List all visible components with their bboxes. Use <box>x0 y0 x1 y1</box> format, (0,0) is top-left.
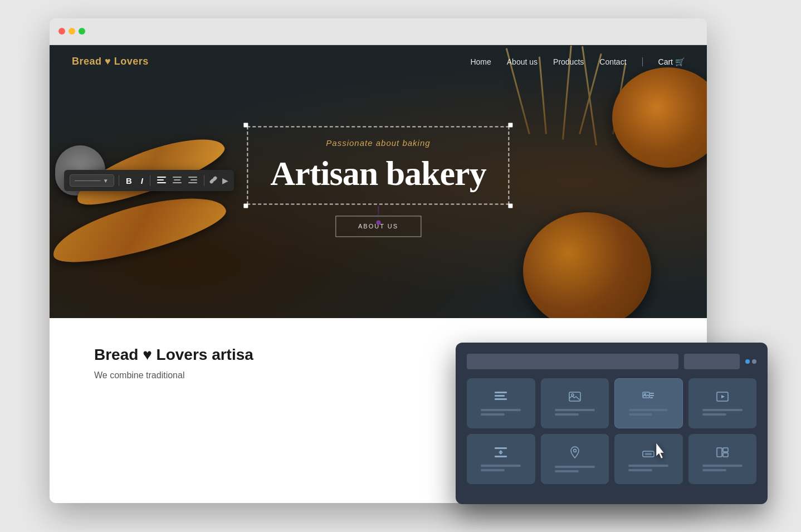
widget-cell-button[interactable] <box>614 434 683 484</box>
line-2 <box>481 413 505 416</box>
widget-cell-text[interactable] <box>467 378 535 428</box>
widget-dot-blue <box>745 359 750 364</box>
line-15 <box>702 465 743 467</box>
line-9 <box>481 465 521 467</box>
svg-rect-1 <box>157 179 164 180</box>
widget-grid <box>467 378 756 484</box>
widget-cell-image-text[interactable] <box>614 378 683 428</box>
widget-cell-lines-7 <box>628 465 668 471</box>
svg-rect-18 <box>650 397 653 398</box>
line-12 <box>555 470 579 472</box>
nav-about[interactable]: About us <box>507 57 538 66</box>
line-8 <box>702 413 726 416</box>
handle-bottom-left[interactable] <box>243 203 248 208</box>
align-left-button[interactable] <box>155 175 168 186</box>
minimize-button[interactable] <box>69 28 75 35</box>
mouse-cursor <box>654 442 667 460</box>
widget-panel <box>456 343 768 504</box>
widget-cell-spacer[interactable] <box>467 434 535 484</box>
handle-top-left[interactable] <box>243 123 248 127</box>
svg-rect-17 <box>650 395 654 396</box>
nav-home[interactable]: Home <box>470 57 491 66</box>
line-7 <box>702 409 743 411</box>
text-block-icon <box>495 392 507 404</box>
line-4 <box>555 413 579 416</box>
svg-rect-2 <box>157 182 166 183</box>
bottom-handle-dot[interactable] <box>376 220 380 224</box>
browser-chrome <box>50 18 707 45</box>
widget-cell-image[interactable] <box>541 378 609 428</box>
cart-button[interactable]: Cart 🛒 <box>658 57 685 66</box>
line-6 <box>629 413 652 416</box>
align-right-button[interactable] <box>186 175 199 186</box>
text-formatting-toolbar: ────── ▼ B I <box>64 170 234 191</box>
line-14 <box>628 469 652 471</box>
svg-rect-25 <box>645 453 652 455</box>
svg-rect-26 <box>717 448 722 457</box>
align-center-button[interactable] <box>170 175 184 186</box>
font-dropdown[interactable]: ────── ▼ <box>70 174 114 187</box>
widget-search-bar-sm[interactable] <box>684 354 740 369</box>
widget-cell-map[interactable] <box>541 434 609 484</box>
widget-cell-lines-5 <box>481 465 521 471</box>
svg-rect-28 <box>723 453 728 457</box>
handle-bottom-right[interactable] <box>509 203 513 208</box>
map-pin-icon <box>570 446 580 461</box>
toolbar-separator-2 <box>150 175 150 186</box>
nav-products[interactable]: Products <box>553 57 584 66</box>
widget-cell-lines-4 <box>702 409 743 416</box>
cart-icon: 🛒 <box>675 57 685 66</box>
line-11 <box>555 466 595 468</box>
maximize-button[interactable] <box>79 28 85 35</box>
italic-button[interactable]: I <box>139 175 145 187</box>
svg-rect-0 <box>157 177 166 178</box>
link-button[interactable] <box>209 175 218 186</box>
widget-cell-columns[interactable] <box>688 434 757 484</box>
widget-cell-lines-2 <box>555 409 595 416</box>
line-10 <box>481 469 505 471</box>
line-16 <box>702 469 726 471</box>
toolbar-separator-1 <box>119 175 119 186</box>
svg-rect-11 <box>495 398 507 400</box>
svg-rect-22 <box>495 456 507 457</box>
dropdown-arrow-icon: ▼ <box>103 178 109 184</box>
bottom-handle-line <box>378 206 379 220</box>
navigation: Bread ♥ Lovers Home About us Products Co… <box>50 45 707 79</box>
svg-rect-5 <box>173 182 182 183</box>
spacer-icon <box>495 447 507 460</box>
traffic-lights <box>58 28 85 35</box>
cart-label: Cart <box>658 57 673 66</box>
widget-cell-lines-3 <box>629 409 668 416</box>
svg-point-23 <box>573 449 576 452</box>
hero-center: Passionate about baking Artisan bakery A… <box>247 126 509 237</box>
svg-rect-27 <box>723 448 728 452</box>
site-logo: Bread ♥ Lovers <box>72 56 149 67</box>
widget-panel-header <box>467 354 756 369</box>
svg-rect-4 <box>174 179 180 180</box>
widget-search-bar[interactable] <box>467 354 678 369</box>
button-icon <box>642 447 655 460</box>
video-icon <box>716 392 729 404</box>
columns-icon <box>716 447 729 460</box>
handle-top-right[interactable] <box>509 123 513 127</box>
widget-cell-lines-6 <box>555 466 595 472</box>
nav-contact[interactable]: Contact <box>599 57 626 66</box>
svg-rect-3 <box>173 177 182 178</box>
text-selection-box: Passionate about baking Artisan bakery <box>247 126 509 204</box>
svg-rect-20 <box>495 447 507 449</box>
svg-rect-16 <box>650 393 654 394</box>
widget-cell-video[interactable] <box>688 378 757 428</box>
line-3 <box>555 409 595 411</box>
widget-dot-gray <box>752 359 756 364</box>
svg-rect-7 <box>191 179 197 180</box>
widget-cell-lines-8 <box>702 465 743 471</box>
image-icon <box>569 392 581 404</box>
bold-button[interactable]: B <box>124 175 134 187</box>
svg-rect-6 <box>188 177 197 178</box>
svg-rect-10 <box>495 395 505 397</box>
line-1 <box>481 409 521 411</box>
bread-left-visual <box>50 140 272 307</box>
more-options-button[interactable]: ▶ <box>222 176 228 185</box>
text-align-group <box>155 175 199 186</box>
close-button[interactable] <box>58 28 65 35</box>
